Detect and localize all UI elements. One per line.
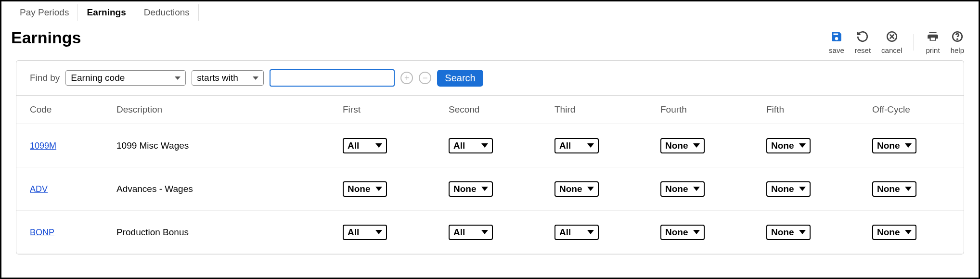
chevron-down-icon: [253, 76, 258, 80]
help-label: help: [951, 46, 964, 54]
col-fourth: Fourth: [660, 104, 766, 115]
save-icon: [830, 30, 843, 44]
code-link[interactable]: BONP: [30, 228, 54, 237]
cancel-icon: [886, 30, 898, 44]
minus-icon: −: [423, 74, 428, 82]
help-button[interactable]: help: [951, 30, 964, 54]
first-select[interactable]: None: [343, 181, 387, 197]
chevron-down-icon: [799, 143, 806, 148]
print-icon: [927, 30, 939, 44]
save-label: save: [829, 46, 844, 54]
col-third: Third: [554, 104, 660, 115]
grid-header: Code Description First Second Third Four…: [16, 95, 964, 124]
fifth-select[interactable]: None: [766, 181, 811, 197]
find-by-label: Find by: [30, 73, 60, 83]
toolbar-separator: [914, 34, 914, 51]
find-operator-select[interactable]: starts with: [192, 70, 264, 86]
chevron-down-icon: [905, 230, 912, 234]
col-code: Code: [30, 104, 116, 115]
save-button[interactable]: save: [829, 30, 844, 54]
row-description: 1099 Misc Wages: [116, 140, 343, 151]
find-field-value: Earning code: [71, 73, 125, 83]
earnings-grid: Code Description First Second Third Four…: [16, 95, 964, 254]
tab-earnings[interactable]: Earnings: [78, 4, 135, 21]
page-title: Earnings: [11, 28, 81, 47]
chevron-down-icon: [905, 143, 912, 148]
toolbar: save reset cancel print help: [829, 28, 964, 54]
row-description: Production Bonus: [116, 227, 343, 238]
reset-icon: [856, 30, 869, 44]
chevron-down-icon: [587, 230, 594, 234]
col-description: Description: [116, 104, 343, 115]
chevron-down-icon: [905, 187, 912, 191]
table-row: 1099M 1099 Misc Wages All All All None N…: [16, 124, 964, 167]
second-select[interactable]: All: [449, 138, 493, 153]
print-label: print: [926, 46, 940, 54]
chevron-down-icon: [693, 230, 700, 234]
tab-deductions[interactable]: Deductions: [135, 4, 199, 21]
chevron-down-icon: [481, 230, 488, 234]
third-select[interactable]: All: [554, 138, 599, 153]
col-first: First: [343, 104, 449, 115]
second-select[interactable]: None: [449, 181, 493, 197]
remove-criteria-button[interactable]: −: [419, 72, 431, 84]
find-field-select[interactable]: Earning code: [65, 70, 186, 86]
first-select[interactable]: All: [343, 225, 387, 240]
add-criteria-button[interactable]: +: [400, 72, 413, 84]
chevron-down-icon: [175, 76, 181, 80]
cancel-button[interactable]: cancel: [881, 30, 902, 54]
help-icon: [951, 30, 964, 44]
third-select[interactable]: All: [554, 225, 599, 240]
reset-button[interactable]: reset: [855, 30, 871, 54]
col-second: Second: [449, 104, 554, 115]
reset-label: reset: [855, 46, 871, 54]
col-offcycle: Off-Cycle: [872, 104, 950, 115]
find-operator-value: starts with: [197, 73, 238, 83]
table-row: ADV Advances - Wages None None None None…: [16, 167, 964, 211]
find-bar: Find by Earning code starts with + − Sea…: [16, 61, 964, 95]
tab-pay-periods[interactable]: Pay Periods: [11, 4, 78, 21]
chevron-down-icon: [799, 187, 806, 191]
offcycle-select[interactable]: None: [872, 138, 916, 153]
search-button[interactable]: Search: [437, 70, 483, 87]
row-description: Advances - Wages: [116, 184, 343, 194]
tab-bar: Pay Periods Earnings Deductions: [1, 1, 979, 21]
chevron-down-icon: [799, 230, 806, 234]
chevron-down-icon: [587, 187, 594, 191]
offcycle-select[interactable]: None: [872, 181, 916, 197]
chevron-down-icon: [375, 143, 382, 148]
chevron-down-icon: [375, 230, 382, 234]
third-select[interactable]: None: [554, 181, 599, 197]
fourth-select[interactable]: None: [660, 138, 705, 153]
search-input[interactable]: [270, 69, 395, 87]
fifth-select[interactable]: None: [766, 138, 811, 153]
chevron-down-icon: [693, 187, 700, 191]
second-select[interactable]: All: [449, 225, 493, 240]
fifth-select[interactable]: None: [766, 225, 811, 240]
fourth-select[interactable]: None: [660, 181, 705, 197]
code-link[interactable]: ADV: [30, 184, 48, 194]
svg-point-2: [957, 39, 957, 39]
first-select[interactable]: All: [343, 138, 387, 153]
code-link[interactable]: 1099M: [30, 141, 56, 151]
chevron-down-icon: [481, 187, 488, 191]
chevron-down-icon: [693, 143, 700, 148]
earnings-panel: Find by Earning code starts with + − Sea…: [16, 60, 964, 254]
chevron-down-icon: [375, 187, 382, 191]
chevron-down-icon: [587, 143, 594, 148]
cancel-label: cancel: [881, 46, 902, 54]
chevron-down-icon: [481, 143, 488, 148]
print-button[interactable]: print: [926, 30, 940, 54]
col-fifth: Fifth: [766, 104, 872, 115]
offcycle-select[interactable]: None: [872, 225, 916, 240]
plus-icon: +: [404, 74, 410, 82]
fourth-select[interactable]: None: [660, 225, 705, 240]
table-row: BONP Production Bonus All All All None N…: [16, 211, 964, 254]
